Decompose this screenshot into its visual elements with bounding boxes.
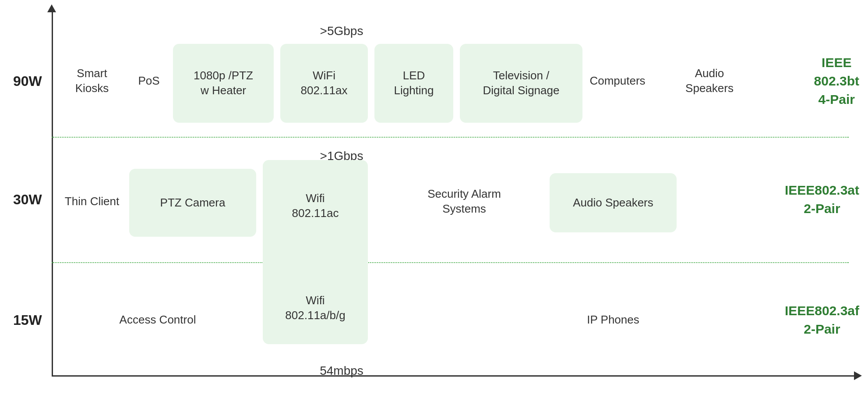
- x-axis-arrow: [854, 371, 862, 380]
- separator-line-top: [52, 137, 849, 138]
- ieee-bt-label: IEEE 802.3bt 4-Pair: [814, 53, 859, 109]
- box-wifi-ax: WiFi 802.11ax: [280, 44, 368, 123]
- box-led-lighting: LED Lighting: [374, 44, 453, 123]
- y-axis-arrow: [47, 4, 56, 12]
- box-wifi-ac-abg: [263, 160, 368, 344]
- box-audio-speakers-30w: Audio Speakers: [550, 173, 677, 232]
- box-ptz-camera: PTZ Camera: [129, 169, 256, 237]
- item-access-control: Access Control: [120, 313, 196, 327]
- speed-54mbps: 54mbps: [320, 364, 363, 378]
- chart-container: 90W 30W 15W >5Gbps >1Gbps 54mbps IEEE 80…: [0, 0, 868, 395]
- item-pos: PoS: [138, 74, 159, 89]
- item-thin-client: Thin Client: [65, 194, 119, 209]
- item-security-alarm: Security Alarm Systems: [427, 187, 501, 217]
- item-ip-phones: IP Phones: [587, 313, 639, 327]
- label-90w: 90W: [13, 73, 42, 89]
- speed-5gbps: >5Gbps: [320, 24, 363, 38]
- separator-line-bottom: [52, 262, 849, 263]
- label-30w: 30W: [13, 192, 42, 208]
- item-audio-speakers-90w: Audio Speakers: [685, 66, 734, 96]
- box-tv-signage: Television / Digital Signage: [460, 44, 582, 123]
- ieee-at-label: IEEE802.3at 2-Pair: [785, 181, 859, 218]
- item-computers: Computers: [589, 74, 645, 89]
- box-1080p-ptz: 1080p /PTZ w Heater: [173, 44, 274, 123]
- x-axis: [52, 375, 857, 377]
- ieee-af-label: IEEE802.3af 2-Pair: [785, 302, 859, 338]
- item-smart-kiosks: Smart Kiosks: [75, 66, 109, 96]
- y-axis: [52, 8, 53, 376]
- label-15w: 15W: [13, 312, 42, 328]
